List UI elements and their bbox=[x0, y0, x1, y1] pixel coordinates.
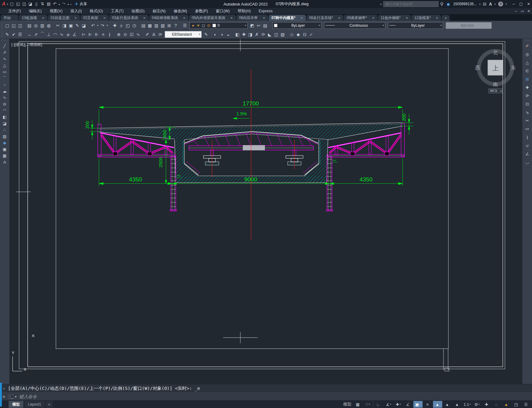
qat-customize-icon[interactable]: ▿ bbox=[69, 1, 72, 7]
dim-radius-icon[interactable]: ◠ bbox=[52, 31, 58, 38]
tab-close-icon[interactable]: ✕ bbox=[74, 16, 77, 20]
dim-ordinate-icon[interactable]: ⊥ bbox=[45, 31, 52, 38]
viewcube-north[interactable]: 北 bbox=[493, 50, 498, 55]
open-from-mobile-icon[interactable]: ⇅ bbox=[39, 1, 45, 7]
menu-item[interactable]: 视图(V) bbox=[46, 8, 67, 14]
help-icon[interactable]: ? bbox=[172, 22, 179, 29]
center-mark-icon[interactable]: ⊙ bbox=[122, 31, 128, 38]
object-snap-icon[interactable]: ▣▾ bbox=[413, 401, 423, 408]
redo-icon[interactable]: ↷ bbox=[99, 22, 106, 29]
command-input[interactable]: 键入命令 bbox=[19, 394, 37, 400]
layer-freeze-vp-icon[interactable]: ◻ bbox=[201, 23, 206, 28]
color-combo[interactable]: ByLayer ▾ bbox=[272, 22, 321, 29]
snap-mode-icon[interactable]: ∷▾ bbox=[363, 401, 372, 408]
minimize-button[interactable]: ─ bbox=[512, 2, 515, 6]
linetype-combo[interactable]: Continuous ▾ bbox=[324, 22, 385, 29]
object-snap-tracking-icon[interactable]: ∠ bbox=[404, 401, 413, 408]
help-icon[interactable]: ? bbox=[498, 2, 503, 6]
annotation-scale-icon[interactable]: ▲ bbox=[453, 401, 462, 408]
file-tab[interactable]: 07跨中内模系* ✕ bbox=[269, 15, 305, 21]
menu-item[interactable]: 绘图(D) bbox=[128, 8, 148, 14]
isolate-objects-icon[interactable]: ◌ bbox=[492, 401, 501, 408]
help-caret-icon[interactable]: ▾ bbox=[506, 3, 507, 6]
layer-states-icon[interactable]: ▤ bbox=[262, 22, 268, 29]
user-caret-icon[interactable]: ▾ bbox=[479, 3, 480, 6]
toolbar-grip[interactable] bbox=[2, 40, 8, 42]
dim-jog-line-icon[interactable]: ∿ bbox=[135, 31, 141, 38]
copy-faces-icon[interactable]: ◫ bbox=[273, 31, 279, 38]
offset-faces-icon[interactable]: ◨ bbox=[247, 31, 254, 38]
layer-previous-icon[interactable]: ↩ bbox=[255, 22, 262, 29]
pan-icon[interactable]: ✚ bbox=[112, 22, 118, 29]
dim-baseline-icon[interactable]: ⊫ bbox=[87, 31, 93, 38]
dim-jogged-icon[interactable]: ∿ bbox=[58, 31, 65, 38]
line-tool-icon[interactable]: ╱ bbox=[1, 43, 8, 49]
quickcalc-icon[interactable]: ⊞ bbox=[166, 22, 172, 29]
file-tab[interactable]: 开始 bbox=[1, 15, 18, 21]
annotation-monitor-icon[interactable]: ✚ bbox=[482, 401, 491, 408]
autodesk-caret-icon[interactable]: ▾ bbox=[495, 3, 496, 6]
wcs-dropdown[interactable]: WCS bbox=[490, 89, 497, 93]
dim-style-combo[interactable]: EBStandard ▾ bbox=[165, 31, 202, 38]
open-file-icon[interactable]: ◱ bbox=[15, 1, 21, 7]
toolbar-grip[interactable] bbox=[524, 40, 530, 42]
hatch-icon[interactable]: ▨ bbox=[1, 133, 8, 140]
join-icon[interactable]: ∪ bbox=[524, 142, 531, 149]
new-layout-button[interactable]: + bbox=[46, 401, 53, 408]
save-icon[interactable]: ◫ bbox=[17, 22, 23, 29]
viewcube[interactable]: 北 南 西 东 上 WCS ▾ bbox=[475, 50, 516, 93]
undo-caret-icon[interactable]: ▾ bbox=[96, 22, 99, 29]
search-collapse-icon[interactable]: ▸ bbox=[380, 2, 382, 6]
dim-update-icon[interactable]: ⟳ bbox=[157, 31, 164, 38]
arc-icon[interactable]: ⌒ bbox=[1, 75, 8, 81]
lineweight-display-icon[interactable]: ≡ bbox=[423, 401, 432, 408]
mtext-icon[interactable]: A bbox=[1, 159, 8, 165]
save-to-mobile-icon[interactable]: ▯ bbox=[33, 1, 39, 7]
dim-spacing-icon[interactable]: ≡ bbox=[100, 31, 106, 38]
command-wrench-icon[interactable]: ⚙ bbox=[3, 395, 6, 398]
tolerance-icon[interactable]: ⊕ bbox=[116, 31, 122, 38]
file-tab[interactable]: 12底模系* ✕ bbox=[412, 15, 441, 21]
menu-item[interactable]: 参数(P) bbox=[191, 8, 212, 14]
dim-angular-icon[interactable]: ∠ bbox=[71, 31, 78, 38]
taper-faces-icon[interactable]: ◣ bbox=[266, 31, 273, 38]
copy-edges-icon[interactable]: ◆ bbox=[295, 31, 301, 38]
styles-icon[interactable]: ☰ bbox=[17, 31, 23, 38]
dim-break-icon[interactable]: ∤ bbox=[106, 31, 113, 38]
table-icon[interactable]: ▦ bbox=[1, 153, 8, 159]
open-icon[interactable]: ◱ bbox=[10, 22, 17, 29]
isodraft-icon[interactable]: ✚▾ bbox=[394, 401, 403, 408]
user-avatar-icon[interactable]: ☻ bbox=[446, 2, 451, 7]
search-input[interactable] bbox=[383, 1, 439, 7]
menu-item[interactable]: 文件(F) bbox=[4, 8, 25, 14]
tab-close-icon[interactable]: ✕ bbox=[406, 16, 408, 20]
dim-text-edit-icon[interactable]: A bbox=[151, 31, 157, 38]
chamfer-icon[interactable]: ∠ bbox=[524, 151, 531, 157]
tab-close-icon[interactable]: ✕ bbox=[143, 16, 146, 20]
command-close-icon[interactable]: ✕ bbox=[3, 387, 5, 390]
extrude-faces-icon[interactable]: ◧ bbox=[234, 31, 241, 38]
sheet-set-icon[interactable]: ▧ bbox=[160, 22, 166, 29]
extend-icon[interactable]: ↦ bbox=[524, 126, 531, 132]
tab-close-icon[interactable]: ✕ bbox=[372, 16, 374, 20]
user-id[interactable]: 1505999135... bbox=[453, 2, 477, 6]
zoom-realtime-icon[interactable]: ± bbox=[118, 22, 124, 29]
tab-close-icon[interactable]: ✕ bbox=[42, 16, 44, 20]
zoom-previous-icon[interactable]: ◷ bbox=[131, 22, 137, 29]
file-tab[interactable]: 04前移滑船系统 ✕ bbox=[149, 15, 188, 21]
dim-aligned-icon[interactable]: ⇗ bbox=[33, 31, 39, 38]
tab-close-icon[interactable]: ✕ bbox=[263, 16, 265, 20]
zoom-window-icon[interactable]: ◰ bbox=[124, 22, 131, 29]
make-layer-current-icon[interactable]: ◩ bbox=[249, 22, 255, 29]
rectangle-icon[interactable]: ▭ bbox=[1, 69, 8, 75]
publish-icon[interactable]: ▥ bbox=[39, 22, 45, 29]
new-icon[interactable]: ▢ bbox=[4, 22, 10, 29]
doc-close-button[interactable]: ✕ bbox=[527, 9, 530, 13]
properties-palette-icon[interactable]: ▤ bbox=[140, 22, 147, 29]
graphics-performance-icon[interactable]: ▲ bbox=[502, 401, 511, 408]
workspace-switching-icon[interactable]: ⚙▾ bbox=[472, 401, 482, 408]
menu-item[interactable]: 帮助(H) bbox=[234, 8, 254, 14]
share-button[interactable]: ✈ 共享 bbox=[75, 2, 87, 7]
clean-solid-icon[interactable]: ✓ bbox=[308, 31, 314, 38]
quick-dim-icon[interactable]: ⊨ bbox=[81, 31, 87, 38]
